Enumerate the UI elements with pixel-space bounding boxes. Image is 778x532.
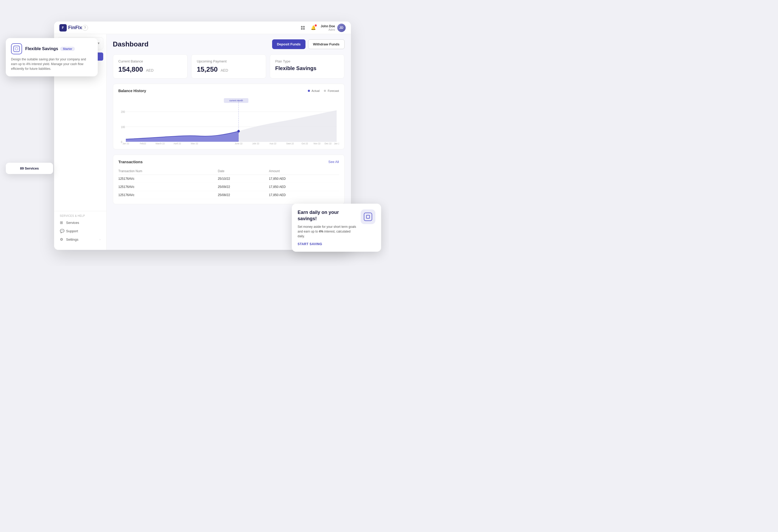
user-name: John Doe [321,24,335,28]
earn-highlight: 4% [319,230,323,233]
grid-icon[interactable] [300,25,306,31]
sidebar-item-services[interactable]: ⊞ Services [57,218,103,227]
see-all-link[interactable]: See All [328,160,339,164]
svg-text:Dec 22: Dec 22 [324,142,331,144]
logo: F FinFlx [59,24,82,31]
svg-point-11 [237,130,240,132]
plan-value: Flexible Savings [275,65,339,71]
notification-icon[interactable]: 🔔 [310,25,316,31]
main-header: Dashboard Deposit Funds Withdraw Funds [113,39,344,49]
services-popup: 89 Services [6,163,53,174]
flex-card-icon-inner [13,46,20,52]
stats-row: Current Balance 154,800 AED Upcoming Pay… [113,54,344,79]
user-role: Admi [321,28,335,31]
services-label: 89 Services [20,166,39,170]
flex-card-icon-dot [15,48,18,50]
svg-text:May 22: May 22 [191,142,198,144]
table-row: 125176AVc 25/10/22 17,850 AED [119,175,339,183]
chart-area: 0 100 200 [119,97,339,144]
plan-label: Plan Type [275,59,339,63]
svg-rect-1 [303,26,305,27]
svg-text:Sept 22: Sept 22 [286,142,294,144]
services-icon: ⊞ [60,220,64,225]
starter-badge: Starter [60,47,75,51]
transactions-title: Transactions [119,160,143,164]
earn-heading: Earn daily on your savings! [298,209,357,222]
chart-legend: Actual Forecast [308,89,339,92]
earn-icon-inner [364,212,372,221]
flex-card-title-group: Flexible Savings Starter [25,47,75,51]
deposit-button[interactable]: Deposit Funds [272,39,305,49]
logo-icon: F [59,24,67,31]
payment-value: 15,250 AED [197,65,260,74]
earn-icon-wrap [361,209,375,224]
svg-text:0: 0 [121,141,122,144]
avatar: JD [337,24,346,32]
forecast-legend: Forecast [324,89,339,92]
earn-icon-dot [366,215,370,218]
svg-text:100: 100 [121,126,125,128]
settings-icon: ⚙ [60,237,64,242]
earn-popup: Earn daily on your savings! Set money as… [292,204,381,252]
notification-badge [314,24,317,27]
user-text: John Doe Admi [321,24,335,31]
top-bar-right: 🔔 John Doe Admi JD [300,24,346,32]
support-icon: 💬 [60,229,64,233]
payment-label: Upcoming Payment [197,59,260,63]
svg-text:June 22: June 22 [235,142,242,144]
col-amount: Amount [269,168,339,175]
flex-card-desc: Design the suitable saving plan for your… [11,57,92,71]
svg-text:200: 200 [121,110,125,113]
svg-rect-2 [301,28,303,30]
svg-text:Jan 22: Jan 22 [123,142,129,144]
withdraw-button[interactable]: Withdraw Funds [308,39,344,49]
top-bar: F FinFlx ? 🔔 John Doe Admi [54,21,351,34]
chart-title: Balance History [119,89,146,93]
earn-card-text: Earn daily on your savings! Set money as… [298,209,357,246]
help-icon[interactable]: ? [82,25,88,31]
table-row: 125176AVc 25/08/22 17,850 AED [119,191,339,199]
svg-text:current month: current month [229,99,243,102]
start-saving-link[interactable]: START SAVING [298,242,357,246]
settings-arrow-icon: › [99,238,101,241]
header-actions: Deposit Funds Withdraw Funds [272,39,344,49]
actual-dot [308,90,310,92]
svg-text:April 22: April 22 [173,142,181,144]
svg-text:Aug 22: Aug 22 [269,142,276,144]
svg-rect-0 [301,26,303,27]
balance-label: Current Balance [119,59,182,63]
plan-card: Plan Type Flexible Savings [270,54,344,79]
svg-text:March 22: March 22 [155,142,165,144]
flex-card-header: Flexible Savings Starter [11,43,92,54]
balance-value: 154,800 AED [119,65,182,74]
col-num: Transaction Num [119,168,218,175]
table-row: 125176AVc 25/09/22 17,850 AED [119,183,339,191]
col-date: Date [218,168,269,175]
flex-savings-popup: Flexible Savings Starter Design the suit… [6,38,98,76]
sidebar-item-settings[interactable]: ⚙ Settings › [57,235,103,244]
sidebar-item-support[interactable]: 💬 Support [57,227,103,235]
payment-card: Upcoming Payment 15,250 AED [191,54,266,79]
sidebar-bottom: Services & Help ⊞ Services 💬 Support ⚙ [54,211,106,247]
app-name: FinFlx [68,25,82,30]
svg-text:Nov 22: Nov 22 [313,142,320,144]
transactions-table: Transaction Num Date Amount 125176AVc 25… [119,168,339,199]
flex-card-name: Flexible Savings Starter [25,47,75,51]
flex-card-icon [11,43,22,54]
transactions-header: Transactions See All [119,160,339,164]
transactions-card: Transactions See All Transaction Num Dat… [113,155,344,204]
svg-text:Oct 22: Oct 22 [301,142,308,144]
earn-desc: Set money aside for your short term goal… [298,225,357,239]
svg-rect-3 [303,28,305,30]
forecast-dot [324,90,326,92]
page-title: Dashboard [113,40,149,48]
chart-card: Balance History Actual Forecast [113,84,344,149]
actual-legend: Actual [308,89,320,92]
svg-text:July 22: July 22 [252,142,259,144]
sidebar-section-label: Services & Help [57,214,103,217]
svg-text:Feb22: Feb22 [140,142,146,144]
chart-svg: 0 100 200 [119,97,339,144]
svg-text:Jan 23: Jan 23 [334,142,339,144]
chart-header: Balance History Actual Forecast [119,89,339,93]
user-info: John Doe Admi JD [321,24,346,32]
